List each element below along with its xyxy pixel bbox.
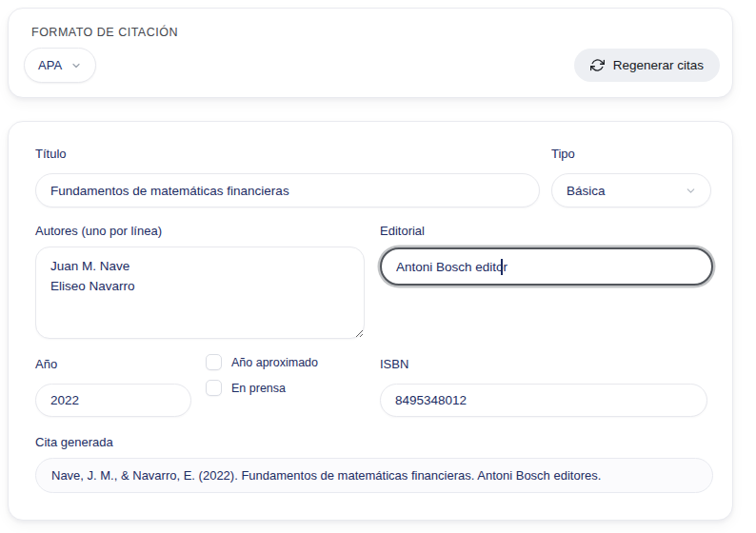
generated-citation-text: Nave, J. M., & Navarro, E. (2022). Funda… bbox=[51, 468, 601, 483]
generated-citation-field: Nave, J. M., & Navarro, E. (2022). Funda… bbox=[35, 458, 713, 493]
text-cursor bbox=[501, 259, 503, 275]
type-label: Tipo bbox=[551, 147, 575, 161]
type-select[interactable]: Básica bbox=[551, 173, 711, 207]
year-input[interactable] bbox=[35, 384, 191, 417]
regenerate-citations-label: Regenerar citas bbox=[613, 58, 704, 72]
in-press-checkbox[interactable] bbox=[206, 380, 222, 396]
approx-year-checkbox[interactable] bbox=[206, 354, 222, 370]
citation-format-title: FORMATO DE CITACIÓN bbox=[31, 26, 178, 39]
isbn-input[interactable] bbox=[380, 384, 707, 417]
year-label: Año bbox=[35, 357, 57, 371]
citation-style-value: APA bbox=[38, 58, 62, 72]
publisher-input[interactable] bbox=[380, 247, 713, 286]
isbn-label: ISBN bbox=[380, 357, 408, 371]
publisher-label: Editorial bbox=[380, 224, 425, 238]
citation-style-select[interactable]: APA bbox=[24, 48, 96, 83]
authors-textarea[interactable]: Juan M. Nave Eliseo Navarro bbox=[35, 247, 365, 339]
generated-citation-label: Cita generada bbox=[35, 435, 113, 449]
chevron-down-icon bbox=[685, 185, 697, 197]
book-form-card: Título Tipo Básica Autores (uno por líne… bbox=[8, 121, 733, 521]
regenerate-citations-button[interactable]: Regenerar citas bbox=[574, 49, 720, 82]
title-input[interactable] bbox=[35, 173, 540, 207]
type-select-value: Básica bbox=[567, 184, 606, 198]
approx-year-checkbox-row: Año aproximado bbox=[206, 354, 318, 370]
chevron-down-icon bbox=[70, 60, 82, 71]
in-press-checkbox-row: En prensa bbox=[206, 380, 286, 396]
refresh-icon bbox=[590, 58, 605, 72]
title-label: Título bbox=[35, 147, 67, 161]
citation-format-card: FORMATO DE CITACIÓN APA Regenerar citas bbox=[8, 8, 733, 98]
approx-year-label: Año aproximado bbox=[231, 356, 318, 369]
in-press-label: En prensa bbox=[231, 382, 286, 395]
authors-label: Autores (uno por línea) bbox=[35, 224, 162, 238]
